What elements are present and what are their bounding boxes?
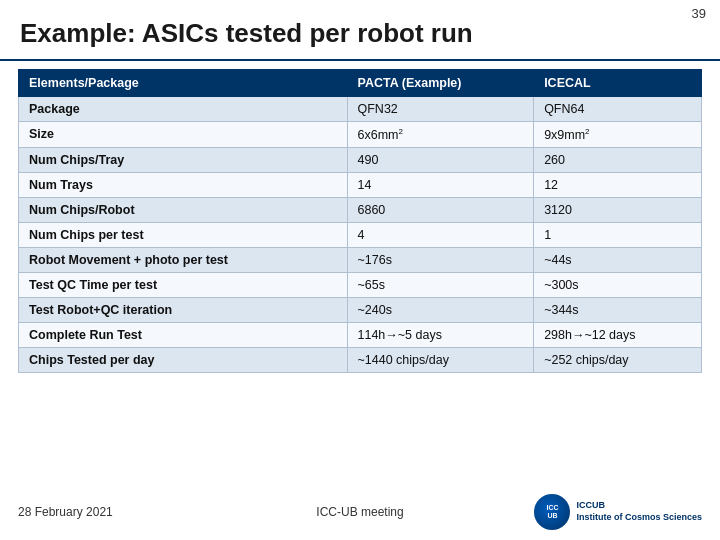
- row-value: 490: [347, 148, 534, 173]
- row-value: 3120: [534, 198, 702, 223]
- row-label: Size: [19, 122, 348, 148]
- row-label: Robot Movement + photo per test: [19, 248, 348, 273]
- row-value: 6860: [347, 198, 534, 223]
- data-table-wrapper: Elements/Package PACTA (Example) ICECAL …: [0, 69, 720, 373]
- logo-area: ICCUB ICCUB Institute of Cosmos Sciences: [534, 494, 702, 530]
- row-value: ~252 chips/day: [534, 348, 702, 373]
- slide-number: 39: [692, 6, 706, 21]
- row-label: Chips Tested per day: [19, 348, 348, 373]
- table-row: Num Chips/Robot68603120: [19, 198, 702, 223]
- logo-icon: ICCUB: [534, 494, 570, 530]
- table-row: Num Chips per test41: [19, 223, 702, 248]
- row-value: 4: [347, 223, 534, 248]
- row-value: QFN32: [347, 97, 534, 122]
- footer: 28 February 2021 ICC-UB meeting ICCUB IC…: [18, 494, 702, 530]
- row-label: Test Robot+QC iteration: [19, 298, 348, 323]
- table-row: Test Robot+QC iteration~240s~344s: [19, 298, 702, 323]
- logo-text: ICCUB Institute of Cosmos Sciences: [576, 500, 702, 523]
- table-header-row: Elements/Package PACTA (Example) ICECAL: [19, 70, 702, 97]
- row-label: Num Chips/Tray: [19, 148, 348, 173]
- table-row: Num Chips/Tray490260: [19, 148, 702, 173]
- row-value: 9x9mm2: [534, 122, 702, 148]
- row-value: 12: [534, 173, 702, 198]
- row-value: QFN64: [534, 97, 702, 122]
- row-value: ~344s: [534, 298, 702, 323]
- row-label: Num Trays: [19, 173, 348, 198]
- table-row: PackageQFN32QFN64: [19, 97, 702, 122]
- table-row: Robot Movement + photo per test~176s~44s: [19, 248, 702, 273]
- table-row: Test QC Time per test~65s~300s: [19, 273, 702, 298]
- row-value: 114h→~5 days: [347, 323, 534, 348]
- row-value: ~65s: [347, 273, 534, 298]
- col-header-icecal: ICECAL: [534, 70, 702, 97]
- row-value: ~240s: [347, 298, 534, 323]
- table-row: Chips Tested per day~1440 chips/day~252 …: [19, 348, 702, 373]
- footer-date: 28 February 2021: [18, 505, 113, 519]
- row-value: ~176s: [347, 248, 534, 273]
- row-label: Package: [19, 97, 348, 122]
- table-row: Complete Run Test114h→~5 days298h→~12 da…: [19, 323, 702, 348]
- row-value: ~1440 chips/day: [347, 348, 534, 373]
- slide-title: Example: ASICs tested per robot run: [0, 0, 720, 61]
- table-row: Size6x6mm29x9mm2: [19, 122, 702, 148]
- row-label: Test QC Time per test: [19, 273, 348, 298]
- row-label: Complete Run Test: [19, 323, 348, 348]
- row-label: Num Chips per test: [19, 223, 348, 248]
- row-value: 6x6mm2: [347, 122, 534, 148]
- row-value: 260: [534, 148, 702, 173]
- row-value: 1: [534, 223, 702, 248]
- col-header-elements: Elements/Package: [19, 70, 348, 97]
- col-header-pacta: PACTA (Example): [347, 70, 534, 97]
- row-value: ~300s: [534, 273, 702, 298]
- footer-meeting: ICC-UB meeting: [316, 505, 403, 519]
- table-row: Num Trays1412: [19, 173, 702, 198]
- row-value: ~44s: [534, 248, 702, 273]
- data-table: Elements/Package PACTA (Example) ICECAL …: [18, 69, 702, 373]
- row-value: 298h→~12 days: [534, 323, 702, 348]
- row-value: 14: [347, 173, 534, 198]
- row-label: Num Chips/Robot: [19, 198, 348, 223]
